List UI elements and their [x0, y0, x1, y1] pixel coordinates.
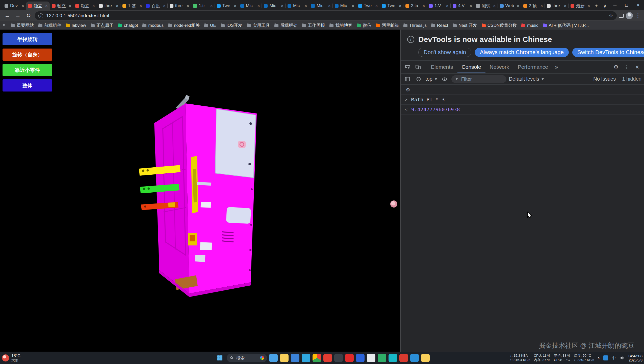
bookmark-item[interactable]: AI + 低代码 | VTJ.P... [541, 22, 591, 29]
volume-icon[interactable] [620, 355, 625, 360]
taskbar-app-icon[interactable] [269, 354, 278, 362]
browser-tab[interactable]: thre × [97, 2, 120, 10]
tab-close-icon[interactable]: × [69, 4, 71, 8]
bookmark-item[interactable]: 后端框架 [272, 22, 299, 29]
match-language-button[interactable]: Always match Chrome's language [475, 48, 569, 57]
browser-tab[interactable]: 独立 × [26, 2, 49, 10]
bookmark-item[interactable]: 工作周报 [300, 22, 327, 29]
browser-tab[interactable]: Mic × [238, 2, 262, 10]
browser-tab[interactable]: Mic × [262, 2, 285, 10]
tab-close-icon[interactable]: × [517, 4, 519, 8]
tab-close-icon[interactable]: × [564, 4, 566, 8]
clear-console-icon[interactable] [414, 75, 423, 83]
browser-tab[interactable]: Dev × [3, 2, 26, 10]
browser-tab[interactable]: 2.ta × [403, 2, 427, 10]
tab-close-icon[interactable]: × [328, 4, 331, 8]
tab-close-icon[interactable]: × [21, 4, 24, 8]
taskbar-app-icon[interactable] [302, 354, 310, 362]
tab-close-icon[interactable]: × [540, 4, 543, 8]
tab-close-icon[interactable]: × [493, 4, 496, 8]
tab-close-icon[interactable]: × [352, 4, 354, 8]
side-panel-icon[interactable] [619, 14, 624, 18]
tab-close-icon[interactable]: × [281, 4, 284, 8]
console-input-entry[interactable]: > Math.PI * 3 [401, 95, 644, 105]
console-sidebar-icon[interactable] [403, 75, 412, 83]
browser-menu-icon[interactable]: ⋮ [635, 12, 641, 19]
omnibox[interactable]: i 127.0.0.1:5501/indextest.html ☆ [35, 11, 617, 20]
browser-tab[interactable]: 1.V × [427, 2, 450, 10]
tab-close-icon[interactable]: × [140, 4, 142, 8]
inspect-element-icon[interactable] [402, 62, 413, 72]
url-text[interactable]: 127.0.0.1:5501/indextest.html [46, 13, 606, 18]
bookmark-item[interactable]: node-red相关 [166, 22, 202, 29]
taskbar-app-icon[interactable] [367, 354, 375, 362]
floating-widget[interactable] [390, 200, 397, 208]
console-log-area[interactable]: > Math.PI * 3 < 9.42477796076938 [401, 95, 644, 352]
bookmark-item[interactable]: 重要网站 [9, 22, 36, 29]
tray-expand-icon[interactable]: ∧ [597, 356, 600, 360]
devtools-tab[interactable]: Elements [427, 61, 457, 73]
taskbar-app-icon[interactable] [389, 354, 397, 362]
scene-control-button[interactable]: 半径旋转 [3, 33, 52, 45]
taskbar-clock[interactable]: 14:43:08 2025/5/8 [628, 354, 642, 362]
devtools-tab[interactable]: Network [485, 61, 513, 73]
scene-control-button[interactable]: 靠近小零件 [3, 64, 52, 76]
scene-control-button[interactable]: 整体 [3, 79, 52, 92]
start-button[interactable] [215, 353, 225, 363]
browser-tab[interactable]: Mic × [333, 2, 356, 10]
tab-close-icon[interactable]: × [92, 4, 95, 8]
bookmark-item[interactable]: 我的博客 [327, 22, 354, 29]
minimize-button[interactable]: ─ [609, 0, 621, 10]
browser-tab[interactable]: thre × [168, 2, 191, 10]
taskbar-app-icon[interactable] [291, 354, 299, 362]
devtools-menu-icon[interactable]: ⋮ [621, 62, 632, 72]
new-tab-button[interactable]: + [592, 2, 601, 10]
bookmark-item[interactable]: modbus [140, 22, 165, 29]
tab-close-icon[interactable]: × [375, 4, 378, 8]
threejs-canvas[interactable] [138, 93, 269, 311]
browser-tab[interactable]: 测试 × [474, 2, 498, 10]
devtools-settings-icon[interactable]: ⚙ [611, 62, 621, 72]
hidden-messages-link[interactable]: 1 hidden [619, 76, 641, 82]
switch-language-button[interactable]: Switch DevTools to Chinese [572, 48, 644, 57]
bookmark-item[interactable]: Thress.js [401, 22, 429, 29]
bookmark-item[interactable]: React [429, 22, 450, 29]
browser-tab[interactable]: Twe × [356, 2, 380, 10]
console-result-entry[interactable]: < 9.42477796076938 [401, 105, 644, 115]
bookmark-item[interactable]: music [519, 22, 540, 29]
profile-avatar[interactable] [626, 12, 633, 19]
apps-grid-icon[interactable] [3, 24, 6, 27]
tab-close-icon[interactable]: × [45, 4, 48, 8]
taskbar-app-icon[interactable] [345, 354, 354, 362]
ime-indicator[interactable]: 中 [611, 355, 617, 361]
browser-tab[interactable]: 1.基 × [120, 2, 144, 10]
browser-tab[interactable]: Web × [498, 2, 521, 10]
taskbar-search[interactable]: 搜索 [227, 354, 267, 362]
console-filter[interactable] [451, 75, 506, 83]
browser-tab[interactable]: Twe × [380, 2, 403, 10]
tab-close-icon[interactable]: × [470, 4, 472, 8]
more-tabs-icon[interactable]: » [552, 63, 561, 71]
bookmark-item[interactable]: UE [202, 22, 218, 29]
bookmark-item[interactable]: CSDN质量分数 [480, 22, 519, 29]
execution-context-selector[interactable]: top▼ [425, 76, 438, 82]
devtools-close-icon[interactable]: × [632, 62, 642, 72]
live-expression-eye-icon[interactable] [440, 75, 449, 83]
dont-show-again-button[interactable]: Don't show again [418, 48, 471, 57]
bookmark-item[interactable]: 阿里邮箱 [374, 22, 401, 29]
browser-tab[interactable]: Mic × [309, 2, 332, 10]
tab-close-icon[interactable]: × [257, 4, 260, 8]
forward-icon[interactable]: → [14, 11, 22, 20]
tab-close-icon[interactable]: × [210, 4, 213, 8]
devtools-tab[interactable]: Console [457, 61, 485, 73]
log-levels-selector[interactable]: Default levels▼ [509, 76, 545, 82]
browser-tab[interactable]: 2.顶 × [521, 2, 545, 10]
bookmark-item[interactable]: IOS开发 [219, 22, 244, 29]
bookmark-item[interactable]: 实用工具 [245, 22, 272, 29]
tab-close-icon[interactable]: × [399, 4, 401, 8]
close-button[interactable]: × [632, 0, 644, 10]
browser-tab[interactable]: Mic × [286, 2, 309, 10]
maximize-button[interactable]: □ [621, 0, 632, 10]
browser-tab[interactable]: thre × [545, 2, 568, 10]
taskbar-app-icon[interactable] [313, 354, 321, 362]
